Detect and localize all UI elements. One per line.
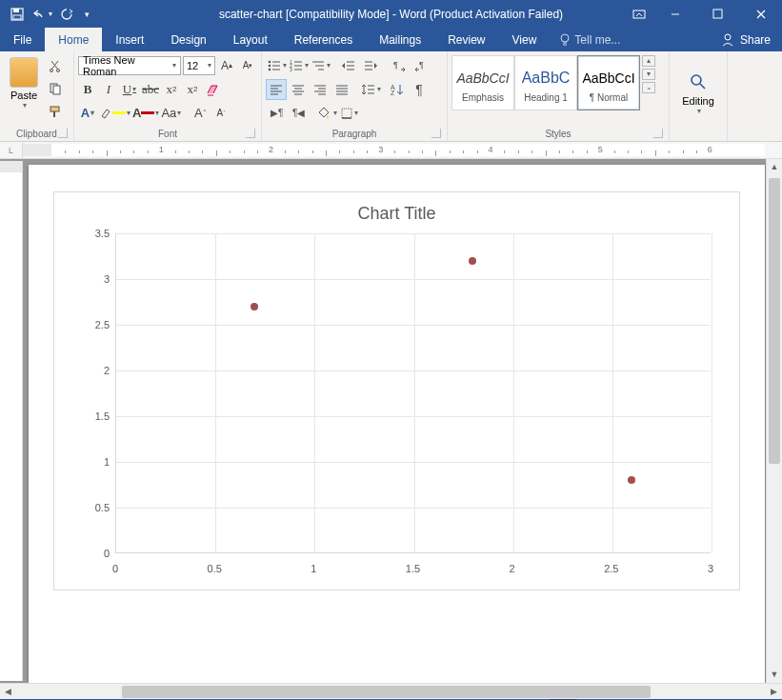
justify-button[interactable] <box>331 79 352 100</box>
ruler-bar: L 123456 <box>0 142 782 159</box>
style-heading1[interactable]: AaBbC Heading 1 <box>514 55 577 110</box>
grow-font-button[interactable]: A▴ <box>217 56 236 75</box>
tab-home[interactable]: Home <box>45 28 102 51</box>
svg-text:▶¶: ▶¶ <box>271 108 283 118</box>
undo-button[interactable]: ▾ <box>30 4 53 25</box>
rtl-paragraph-button[interactable]: ¶◀ <box>288 103 309 124</box>
horizontal-scrollbar[interactable]: ◀ ▶ <box>0 683 782 699</box>
highlight-button[interactable]: ▾ <box>99 104 130 123</box>
scroll-right-button[interactable]: ▶ <box>766 687 782 696</box>
tab-file[interactable]: File <box>0 28 45 51</box>
clear-formatting-button[interactable] <box>204 80 223 99</box>
tab-review[interactable]: Review <box>434 28 498 51</box>
minimize-button[interactable] <box>653 0 696 28</box>
hscroll-thumb[interactable] <box>122 686 651 698</box>
bold-button[interactable]: B <box>78 80 97 99</box>
paste-dropdown[interactable]: ▾ <box>23 101 27 110</box>
plot-area[interactable] <box>115 233 711 553</box>
grow-font-char-button[interactable]: A˄ <box>190 104 210 123</box>
scroll-left-button[interactable]: ◀ <box>0 687 16 696</box>
style-normal[interactable]: AaBbCcI ¶ Normal <box>577 55 640 110</box>
group-styles-label: Styles <box>451 128 665 141</box>
show-hide-button[interactable]: ¶ <box>409 79 430 100</box>
chart-data-point[interactable] <box>469 257 476 265</box>
shading-button[interactable]: ▾ <box>316 103 337 124</box>
paragraph-launcher[interactable] <box>431 129 441 138</box>
font-launcher[interactable] <box>246 129 255 138</box>
superscript-button[interactable]: x2 <box>183 80 202 99</box>
group-clipboard: Paste ▾ Clipboard <box>0 51 74 141</box>
chart-object[interactable]: Chart Title 00.511.522.533.500.511.522.5… <box>53 191 740 590</box>
italic-button[interactable]: I <box>99 80 118 99</box>
chart-title[interactable]: Chart Title <box>64 204 730 224</box>
align-center-button[interactable] <box>288 79 309 100</box>
tell-me-label: Tell me... <box>574 33 620 47</box>
format-painter-button[interactable] <box>46 103 65 120</box>
editing-dropdown[interactable]: ▾ <box>697 107 701 115</box>
quick-access-toolbar: ▾ ▾ <box>0 4 93 25</box>
find-icon[interactable] <box>689 72 708 91</box>
borders-button[interactable]: ▾ <box>338 103 359 124</box>
multilevel-list-button[interactable]: ▾ <box>310 55 331 76</box>
paste-button[interactable]: Paste <box>10 90 37 101</box>
share-label: Share <box>740 33 771 47</box>
increase-indent-button[interactable] <box>360 55 381 76</box>
vertical-scrollbar[interactable]: ▲ ▼ <box>766 159 782 683</box>
sort-button[interactable]: AZ <box>387 79 408 100</box>
font-color-button[interactable]: A▾ <box>132 104 159 123</box>
redo-button[interactable] <box>55 4 78 25</box>
text-effects-button[interactable]: A▾ <box>78 104 97 123</box>
group-editing: Editing ▾ <box>670 51 728 141</box>
page[interactable]: Chart Title 00.511.522.533.500.511.522.5… <box>29 165 765 683</box>
scroll-down-button[interactable]: ▼ <box>767 667 782 683</box>
vertical-ruler[interactable] <box>0 161 23 681</box>
tab-references[interactable]: References <box>281 28 366 51</box>
subscript-button[interactable]: x2 <box>162 80 181 99</box>
horizontal-ruler[interactable]: 123456 <box>23 144 765 156</box>
svg-text:3: 3 <box>290 67 292 72</box>
font-name-selector[interactable]: Times New Roman▾ <box>78 56 181 75</box>
strikethrough-button[interactable]: abc <box>141 80 160 99</box>
editing-button[interactable]: Editing <box>682 95 714 107</box>
vscroll-thumb[interactable] <box>769 178 780 464</box>
tab-layout[interactable]: Layout <box>220 28 281 51</box>
line-spacing-button[interactable]: ▾ <box>360 79 381 100</box>
cut-button[interactable] <box>46 57 65 74</box>
tab-view[interactable]: View <box>499 28 551 51</box>
rtl-direction-button[interactable]: ¶ <box>411 55 431 76</box>
chart-data-point[interactable] <box>251 303 258 310</box>
share-button[interactable]: Share <box>710 28 782 51</box>
ruler-corner[interactable]: L <box>0 142 23 158</box>
styles-gallery-more[interactable]: ▴▾⌄ <box>640 55 657 93</box>
close-button[interactable] <box>739 0 782 28</box>
tab-mailings[interactable]: Mailings <box>366 28 434 51</box>
bullets-button[interactable]: ▾ <box>266 55 287 76</box>
ribbon-display-options-button[interactable] <box>625 0 653 28</box>
shrink-font-button[interactable]: A▾ <box>238 56 257 75</box>
paste-icon[interactable] <box>10 57 38 88</box>
style-emphasis[interactable]: AaBbCcI Emphasis <box>451 55 514 110</box>
font-size-selector[interactable]: 12▾ <box>183 56 215 75</box>
copy-button[interactable] <box>46 80 65 97</box>
decrease-indent-button[interactable] <box>338 55 359 76</box>
ltr-direction-button[interactable]: ¶ <box>389 55 410 76</box>
underline-button[interactable]: U▾ <box>120 80 139 99</box>
qat-customize-button[interactable]: ▾ <box>80 4 93 25</box>
maximize-button[interactable] <box>696 0 739 28</box>
change-case-button[interactable]: Aa▾ <box>161 104 181 123</box>
styles-launcher[interactable] <box>653 129 663 138</box>
chart-data-point[interactable] <box>628 476 635 484</box>
numbering-button[interactable]: 123▾ <box>288 55 309 76</box>
svg-point-69 <box>692 75 701 85</box>
align-left-button[interactable] <box>266 79 287 100</box>
tab-insert[interactable]: Insert <box>102 28 157 51</box>
tab-design[interactable]: Design <box>157 28 219 51</box>
save-button[interactable] <box>6 4 29 25</box>
clipboard-launcher[interactable] <box>58 129 68 138</box>
scroll-up-button[interactable]: ▲ <box>767 159 782 175</box>
tell-me-search[interactable]: Tell me... <box>550 28 620 51</box>
align-right-button[interactable] <box>310 79 331 100</box>
group-font: Times New Roman▾ 12▾ A▴ A▾ B I U▾ abc x2… <box>74 51 262 141</box>
shrink-font-char-button[interactable]: A˅ <box>211 104 231 123</box>
ltr-paragraph-button[interactable]: ▶¶ <box>266 103 287 124</box>
